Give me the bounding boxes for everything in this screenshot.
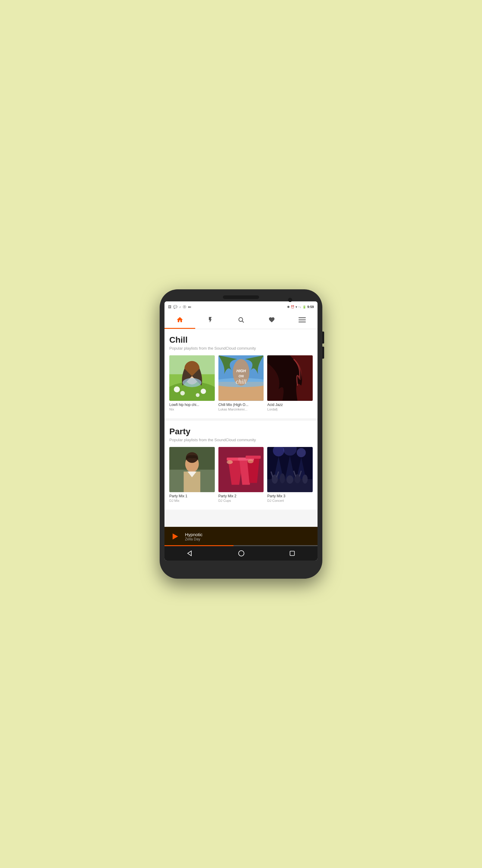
phone-screen: 🖼 💬 ♪ ⓔ ⏭ ✱ ⏰ ▾ ↑↓ 🔋 9:59 xyxy=(164,301,318,561)
playlist-name-highonchill: Chill Mix (High O... xyxy=(218,403,264,407)
music-note-icon: ♪ xyxy=(179,305,181,309)
svg-text:chill: chill xyxy=(235,378,247,385)
hamburger-icon xyxy=(298,316,306,325)
chill-section: Chill Popular playlists from the SoundCl… xyxy=(164,329,318,418)
playlist-name-party1: Party Mix 1 xyxy=(169,494,215,498)
party-playlist-row: Party Mix 1 DJ Mix xyxy=(169,447,313,503)
thumb-acidjazz xyxy=(267,355,313,401)
playlist-author-party2: DJ Cups xyxy=(218,499,264,502)
svg-rect-50 xyxy=(290,551,295,556)
wifi-icon: ▾ xyxy=(295,305,297,309)
thumb-man xyxy=(169,447,215,493)
playlist-thumb-acidjazz xyxy=(267,355,313,401)
playlist-name-party3: Party Mix 3 xyxy=(267,494,313,498)
svg-point-40 xyxy=(280,473,285,484)
playlist-thumb-party2 xyxy=(218,447,264,493)
android-nav xyxy=(164,546,318,561)
svg-point-0 xyxy=(239,317,243,321)
playlist-name-acidjazz: Acid Jazz xyxy=(267,403,313,407)
playlist-thumb-lowfi xyxy=(169,355,215,401)
media-icon: ⏭ xyxy=(188,305,191,309)
playlist-author-party1: DJ Mix xyxy=(169,499,215,502)
thumb-cups xyxy=(218,447,264,493)
home-icon xyxy=(176,316,184,325)
svg-point-8 xyxy=(180,391,185,396)
now-playing-title: Hypnotic xyxy=(185,532,313,537)
svg-rect-2 xyxy=(298,317,306,318)
phone-device: 🖼 💬 ♪ ⓔ ⏭ ✱ ⏰ ▾ ↑↓ 🔋 9:59 xyxy=(160,289,322,579)
status-icons-right: ✱ ⏰ ▾ ↑↓ 🔋 9:59 xyxy=(287,305,314,309)
search-icon xyxy=(238,316,244,325)
svg-text:HIGH: HIGH xyxy=(236,369,246,373)
playlist-name-lowfi: Lowfi hip hop chi... xyxy=(169,403,215,407)
svg-point-41 xyxy=(287,475,293,484)
playlist-item-acidjazz[interactable]: Acid Jazz Lordafj xyxy=(267,355,313,411)
svg-point-7 xyxy=(174,386,180,393)
playlist-item-party2[interactable]: Party Mix 2 DJ Cups xyxy=(218,447,264,503)
nav-home[interactable] xyxy=(164,312,195,329)
whatsapp-icon: 💬 xyxy=(173,305,178,309)
playlist-item-party1[interactable]: Party Mix 1 DJ Mix xyxy=(169,447,215,503)
recents-button[interactable] xyxy=(289,550,295,557)
svg-rect-3 xyxy=(298,319,306,320)
svg-point-49 xyxy=(238,551,244,556)
playlist-thumb-party1 xyxy=(169,447,215,493)
svg-text:ON: ON xyxy=(238,374,244,378)
chill-title: Chill xyxy=(169,335,313,345)
playlist-item-party3[interactable]: Party Mix 3 DJ Concert xyxy=(267,447,313,503)
signal-icon: ↑↓ xyxy=(298,305,301,309)
flash-icon xyxy=(207,316,214,325)
playlist-thumb-highonchill: HIGH ON chill xyxy=(218,355,264,401)
alarm-icon: ⏰ xyxy=(291,305,294,309)
volume-down-button[interactable] xyxy=(322,347,324,359)
playlist-item-lowfi[interactable]: Lowfi hip hop chi... Nix xyxy=(169,355,215,411)
party-section: Party Popular playlists from the SoundCl… xyxy=(164,421,318,510)
back-button[interactable] xyxy=(187,550,194,557)
battery-icon: 🔋 xyxy=(302,305,306,309)
playlist-author-party3: DJ Concert xyxy=(267,499,313,502)
image-icon: 🖼 xyxy=(168,305,171,309)
playlist-author-lowfi: Nix xyxy=(169,407,215,411)
playlist-author-acidjazz: Lordafj xyxy=(267,407,313,411)
play-button[interactable] xyxy=(169,531,180,542)
now-playing-artist: Zella Day xyxy=(185,537,313,541)
phone-camera xyxy=(288,298,292,302)
svg-marker-48 xyxy=(188,551,191,556)
time-display: 9:59 xyxy=(307,305,314,309)
now-playing-bar[interactable]: Hypnotic Zella Day xyxy=(164,527,318,546)
heart-icon xyxy=(268,316,275,325)
svg-point-9 xyxy=(201,389,206,394)
status-bar: 🖼 💬 ♪ ⓔ ⏭ ✱ ⏰ ▾ ↑↓ 🔋 9:59 xyxy=(164,301,318,312)
play-icon xyxy=(172,533,178,539)
party-title: Party xyxy=(169,427,313,436)
main-content: Chill Popular playlists from the SoundCl… xyxy=(164,329,318,527)
nav-bar xyxy=(164,312,318,329)
playlist-thumb-party3 xyxy=(267,447,313,493)
nav-flash[interactable] xyxy=(195,312,226,329)
home-button[interactable] xyxy=(238,550,245,557)
playlist-name-party2: Party Mix 2 xyxy=(218,494,264,498)
svg-line-1 xyxy=(242,321,244,322)
nav-search[interactable] xyxy=(226,312,256,329)
svg-point-10 xyxy=(196,393,200,397)
playlist-item-highonchill[interactable]: HIGH ON chill Chill Mix (High O... Lukas… xyxy=(218,355,264,411)
svg-point-43 xyxy=(302,474,308,484)
nav-favorites[interactable] xyxy=(256,312,287,329)
thumb-anime xyxy=(169,355,215,401)
svg-rect-4 xyxy=(298,321,306,322)
volume-up-button[interactable] xyxy=(322,332,324,344)
nav-menu[interactable] xyxy=(287,312,318,329)
svg-point-32 xyxy=(227,460,232,464)
chill-subtitle: Popular playlists from the SoundCloud co… xyxy=(169,346,313,350)
chill-playlist-row: Lowfi hip hop chi... Nix xyxy=(169,355,313,411)
svg-point-33 xyxy=(247,459,253,463)
playlist-author-highonchill: Lukas Marcinkeivi... xyxy=(218,407,264,411)
status-icons-left: 🖼 💬 ♪ ⓔ ⏭ xyxy=(168,305,191,309)
progress-fill xyxy=(164,545,233,546)
svg-point-14 xyxy=(183,378,201,387)
bluetooth-icon: ✱ xyxy=(287,305,289,309)
thumb-concert xyxy=(267,447,313,493)
email-icon: ⓔ xyxy=(183,305,186,309)
party-subtitle: Popular playlists from the SoundCloud co… xyxy=(169,438,313,442)
now-playing-info: Hypnotic Zella Day xyxy=(185,532,313,541)
